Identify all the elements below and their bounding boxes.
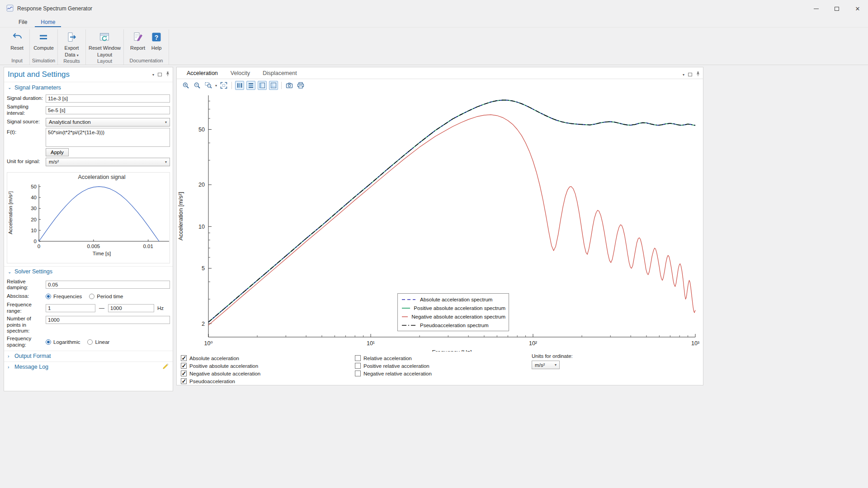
- zoom-extents-button[interactable]: [219, 81, 228, 90]
- panel-menu-icon[interactable]: ▾: [152, 73, 154, 77]
- pencil-icon: [162, 363, 169, 371]
- apply-button[interactable]: Apply: [46, 148, 69, 156]
- checkbox-icon[interactable]: [181, 378, 187, 384]
- zoom-in-button[interactable]: [181, 81, 190, 90]
- ribbon-group-label-simulation: Simulation: [31, 58, 57, 63]
- panel-float-icon[interactable]: [688, 73, 692, 76]
- svg-text:50: 50: [198, 127, 205, 133]
- menubar: File Home: [0, 17, 868, 28]
- svg-text:10¹: 10¹: [367, 340, 375, 347]
- ribbon-group-label-results: Results: [59, 58, 85, 64]
- show-grid-toggle[interactable]: [235, 81, 244, 90]
- checkbox-icon[interactable]: [355, 371, 361, 376]
- range-dash: —: [99, 305, 104, 311]
- zoom-out-button[interactable]: [193, 81, 202, 90]
- frequency-max-input[interactable]: [108, 304, 154, 312]
- report-button[interactable]: Report: [128, 30, 147, 52]
- checkbox-icon[interactable]: [355, 355, 361, 361]
- export-data-icon: [66, 31, 77, 44]
- close-button[interactable]: ✕: [847, 0, 868, 17]
- legend-item-absolute: Absolute acceleration spectrum: [401, 295, 505, 304]
- checkbox-absolute-acceleration[interactable]: Absolute acceleration: [181, 354, 260, 362]
- chevron-right-icon: ›: [8, 354, 12, 359]
- panel-pin-icon[interactable]: [696, 71, 700, 78]
- menu-file[interactable]: File: [13, 18, 33, 27]
- menu-home[interactable]: Home: [35, 18, 61, 27]
- tab-velocity[interactable]: Velocity: [224, 67, 256, 79]
- zoom-options-caret-icon[interactable]: ▾: [215, 84, 217, 88]
- radio-frequencies[interactable]: Frequencies: [46, 294, 82, 299]
- panel-menu-icon[interactable]: ▾: [683, 73, 684, 77]
- help-icon: ?: [151, 31, 162, 44]
- signal-source-select[interactable]: Analytical function ▾: [46, 118, 170, 127]
- export-data-button[interactable]: Export Data ▾: [63, 30, 81, 58]
- reset-window-layout-button[interactable]: Reset Window Layout: [87, 30, 123, 58]
- ft-expression-input[interactable]: 50*sin(t*2*pi/(2*(11e-3))): [46, 128, 170, 147]
- svg-text:0.01: 0.01: [143, 244, 153, 249]
- show-axes-toggle[interactable]: [258, 81, 267, 90]
- checkbox-icon[interactable]: [181, 363, 187, 369]
- signal-duration-input[interactable]: [46, 94, 170, 103]
- radio-icon[interactable]: [46, 339, 51, 345]
- chart-legend: Absolute acceleration spectrum Positive …: [397, 293, 509, 331]
- checkbox-icon[interactable]: [181, 355, 187, 361]
- tab-acceleration[interactable]: Acceleration: [180, 67, 224, 79]
- legend-line-sample: [401, 306, 410, 310]
- radio-icon[interactable]: [87, 339, 93, 345]
- frequency-unit-label: Hz: [157, 305, 164, 311]
- radio-icon[interactable]: [89, 294, 94, 299]
- checkbox-positive-relative-acceleration[interactable]: Positive relative acceleration: [355, 362, 432, 370]
- zoom-box-button[interactable]: [204, 81, 213, 90]
- reset-button[interactable]: Reset: [9, 30, 25, 52]
- unit-for-signal-select[interactable]: m/s² ▾: [46, 158, 170, 166]
- svg-text:20: 20: [198, 182, 205, 188]
- help-button[interactable]: ? Help: [149, 30, 164, 52]
- spectrum-chart-area[interactable]: 2510205010⁰10¹10²10³Frequency [Hz]Accele…: [177, 92, 704, 352]
- frequency-min-input[interactable]: [46, 304, 95, 312]
- radio-logarithmic[interactable]: Logarithmic: [46, 339, 80, 345]
- show-gridlines-toggle[interactable]: [246, 81, 255, 90]
- frequence-range-label: Frequence range:: [7, 302, 46, 314]
- maximize-button[interactable]: [826, 0, 847, 17]
- app-icon: [6, 5, 14, 13]
- maximize-icon: [835, 7, 839, 11]
- relative-damping-input[interactable]: [46, 281, 170, 289]
- checkbox-pseudoacceleration[interactable]: Pseudoacceleration: [181, 377, 260, 385]
- snapshot-button[interactable]: [285, 81, 294, 90]
- checkbox-negative-absolute-acceleration[interactable]: Negative absolute acceleration: [181, 370, 260, 377]
- svg-text:30: 30: [31, 206, 37, 211]
- svg-text:20: 20: [31, 216, 37, 222]
- abscissa-label: Abscissa:: [7, 293, 46, 300]
- panel-title: Input and Settings: [8, 70, 70, 79]
- signal-source-label: Signal source:: [7, 119, 46, 125]
- ribbon-group-layout: Reset Window Layout Layout: [86, 29, 124, 65]
- minimize-button[interactable]: [806, 0, 826, 17]
- section-output-format[interactable]: › Output Format: [4, 351, 173, 361]
- show-legends-toggle[interactable]: [269, 81, 278, 90]
- units-for-ordinate-select[interactable]: m/s² ▾: [532, 361, 560, 369]
- legend-item-negative: Negative absolute acceleration spectrum: [401, 312, 505, 321]
- section-solver-settings[interactable]: ⌄ Solver Settings: [4, 266, 173, 277]
- print-button[interactable]: [296, 81, 305, 90]
- radio-period-time[interactable]: Period time: [89, 294, 123, 299]
- checkbox-positive-absolute-acceleration[interactable]: Positive absolute acceleration: [181, 362, 260, 370]
- checkbox-icon[interactable]: [181, 371, 187, 376]
- checkbox-icon[interactable]: [355, 363, 361, 369]
- checkbox-negative-relative-acceleration[interactable]: Negative relative acceleration: [355, 370, 432, 377]
- compute-icon: [38, 31, 49, 44]
- panel-float-icon[interactable]: [158, 73, 162, 76]
- number-of-points-input[interactable]: [46, 316, 170, 324]
- section-message-log[interactable]: › Message Log: [4, 361, 173, 372]
- section-signal-parameters[interactable]: ⌄ Signal Parameters: [4, 82, 173, 93]
- radio-linear[interactable]: Linear: [87, 339, 109, 345]
- sampling-interval-input[interactable]: [46, 106, 170, 114]
- chevron-down-icon: ▾: [555, 363, 557, 367]
- acceleration-signal-plot: Acceleration signal0102030405000.0050.01…: [7, 173, 170, 263]
- panel-pin-icon[interactable]: [165, 71, 170, 78]
- svg-text:50: 50: [31, 183, 37, 189]
- radio-icon[interactable]: [46, 294, 51, 299]
- checkbox-relative-acceleration[interactable]: Relative acceleration: [355, 354, 432, 362]
- tab-displacement[interactable]: Displacement: [256, 67, 303, 79]
- compute-button[interactable]: Compute: [32, 30, 56, 52]
- acceleration-signal-chart: Acceleration signal0102030405000.0050.01…: [7, 172, 170, 263]
